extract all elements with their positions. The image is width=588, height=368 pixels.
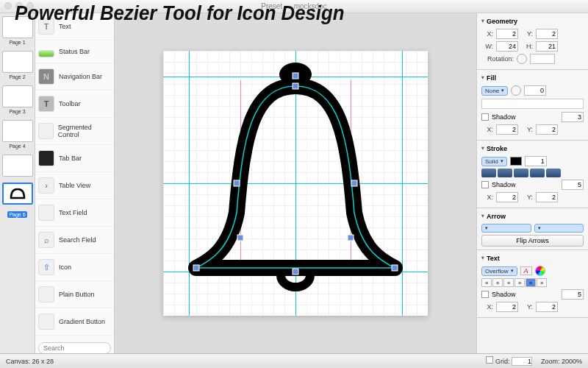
status-bar: Canvas: 26 x 28 Grid: Zoom: 2000% — [0, 353, 588, 368]
components-panel[interactable]: TText Status Bar NNavigation Bar TToolba… — [35, 13, 115, 353]
page-thumb[interactable] — [2, 155, 33, 177]
overlay-headline: Powerful Bezier Tool for Icon Design — [15, 1, 344, 25]
arrow-start-select[interactable] — [481, 224, 531, 233]
geometry-header[interactable]: Geometry — [481, 16, 584, 26]
bezier-handle[interactable] — [234, 180, 240, 186]
fill-gradient-bar[interactable] — [481, 99, 584, 109]
text-header[interactable]: Text — [481, 253, 584, 263]
component-toolbar[interactable]: TToolbar — [35, 91, 114, 118]
component-searchfield[interactable]: ⌕Search Field — [35, 227, 114, 254]
plainbutton-icon — [38, 286, 54, 302]
geom-h-input[interactable] — [536, 41, 558, 52]
toolbar-icon: T — [38, 96, 54, 112]
close-icon[interactable] — [4, 2, 12, 10]
stroke-color-swatch[interactable] — [510, 157, 522, 166]
fill-mode-select[interactable]: None — [481, 86, 508, 96]
fill-angle-dial[interactable] — [511, 85, 521, 96]
stroke-width-input[interactable] — [525, 156, 547, 166]
share-icon: ⇧ — [38, 259, 54, 275]
stroke-shadow-x[interactable] — [496, 192, 518, 202]
component-gradientbutton[interactable]: Gradient Button — [35, 308, 114, 336]
stroke-shadow-y[interactable] — [536, 192, 558, 202]
fill-shadow-y[interactable] — [536, 124, 558, 135]
stroke-mode-select[interactable]: Solid — [481, 157, 507, 166]
bezier-handle[interactable] — [348, 235, 354, 241]
bezier-handle[interactable] — [193, 265, 199, 271]
stroke-shadow-checkbox[interactable] — [481, 181, 489, 188]
text-shadow-input[interactable] — [562, 289, 584, 300]
rotation-dial[interactable] — [517, 54, 527, 64]
text-align-buttons[interactable]: ≡≡≡≡≡≡ — [481, 278, 584, 287]
fill-opacity-input[interactable] — [524, 85, 546, 96]
textfield-icon — [38, 205, 54, 221]
component-search-input[interactable] — [38, 342, 111, 353]
text-panel: Text OverflowA ≡≡≡≡≡≡ Shadow X:Y: — [477, 250, 588, 318]
bezier-handle[interactable] — [293, 73, 298, 79]
page-thumb-selected[interactable]: Page 6 — [2, 183, 33, 219]
font-button[interactable]: A — [520, 266, 532, 275]
stroke-header[interactable]: Stroke — [481, 144, 584, 154]
arrow-panel: Arrow Flip Arrows — [477, 208, 588, 250]
statusbar-icon — [38, 50, 54, 57]
fill-shadow-x[interactable] — [496, 124, 518, 135]
fill-shadow-checkbox[interactable] — [481, 113, 489, 121]
inspector-panel[interactable]: Geometry X:Y: W:H: Rotation: Fill None S… — [476, 13, 588, 353]
fill-panel: Fill None Shadow X:Y: — [477, 70, 588, 141]
page-thumb[interactable]: Page 4 — [2, 120, 33, 149]
canvas[interactable] — [115, 13, 476, 353]
text-mode-select[interactable]: Overflow — [481, 266, 517, 276]
page-thumb[interactable]: Page 3 — [2, 85, 33, 114]
text-shadow-x[interactable] — [496, 302, 518, 312]
stroke-shadow-input[interactable] — [562, 180, 584, 190]
pages-sidebar[interactable]: Page 1 Page 2 Page 3 Page 4 Page 6 — [0, 13, 35, 353]
component-tabbar[interactable]: Tab Bar — [35, 145, 114, 172]
arrow-end-select[interactable] — [534, 224, 584, 233]
geom-y-input[interactable] — [536, 29, 558, 39]
component-navbar[interactable]: NNavigation Bar — [35, 63, 114, 91]
fill-header[interactable]: Fill — [481, 73, 584, 83]
chevron-right-icon: › — [38, 177, 54, 194]
canvas-size-label: Canvas: 26 x 28 — [6, 358, 54, 365]
flip-arrows-button[interactable]: Flip Arrows — [481, 235, 584, 247]
zoom-value[interactable]: 2000% — [562, 358, 582, 365]
bezier-handle[interactable] — [293, 269, 298, 275]
component-plainbutton[interactable]: Plain Button — [35, 281, 114, 308]
text-shadow-y[interactable] — [536, 302, 558, 312]
bezier-handle[interactable] — [392, 265, 398, 271]
grid-checkbox[interactable] — [486, 356, 493, 364]
component-icon[interactable]: ⇧Icon — [35, 254, 114, 281]
tabbar-icon — [38, 150, 54, 166]
segmented-icon — [38, 123, 54, 139]
bezier-handle[interactable] — [351, 180, 357, 186]
component-segmented[interactable]: Segmented Control — [35, 118, 114, 145]
component-statusbar[interactable]: Status Bar — [35, 40, 114, 63]
geometry-panel: Geometry X:Y: W:H: Rotation: — [477, 13, 588, 70]
text-shadow-checkbox[interactable] — [481, 291, 489, 298]
stroke-panel: Stroke Solid Shadow X:Y: — [477, 141, 588, 208]
fill-shadow-input[interactable] — [562, 112, 584, 122]
component-tableview[interactable]: ›Table View — [35, 172, 114, 199]
arrow-header[interactable]: Arrow — [481, 211, 584, 222]
navbar-icon: N — [38, 68, 54, 85]
bezier-handle[interactable] — [237, 235, 243, 241]
rotation-input[interactable] — [530, 54, 555, 64]
page-thumb[interactable]: Page 2 — [2, 51, 33, 79]
bezier-handle[interactable] — [293, 83, 298, 89]
stroke-caps[interactable] — [481, 169, 584, 177]
grid-input[interactable] — [512, 357, 532, 366]
text-color-picker[interactable] — [535, 266, 545, 276]
bell-shape[interactable] — [163, 51, 428, 316]
gradientbutton-icon — [38, 314, 54, 330]
artboard[interactable] — [163, 51, 428, 316]
component-textfield[interactable]: Text Field — [35, 199, 114, 227]
geom-x-input[interactable] — [496, 29, 518, 39]
geom-w-input[interactable] — [496, 41, 518, 52]
search-icon: ⌕ — [38, 232, 54, 248]
